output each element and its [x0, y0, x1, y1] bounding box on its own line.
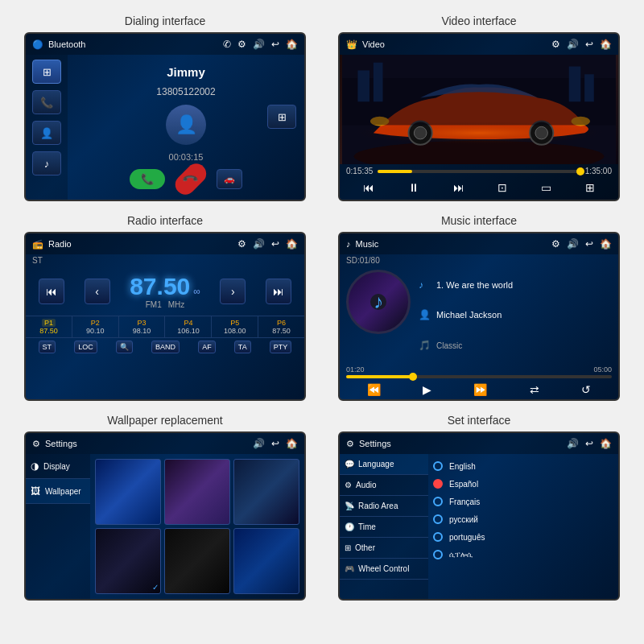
preset-5[interactable]: P5 108.00 [212, 316, 258, 337]
wallpaper-thumb-3[interactable] [233, 459, 299, 525]
radio-search-btn[interactable]: 🔍 [116, 341, 133, 353]
lang-espanol[interactable]: Español [433, 477, 613, 491]
radio-af-btn[interactable]: AF [198, 341, 216, 353]
album-art: ♪ [346, 270, 411, 334]
vid-screen1-btn[interactable]: ▭ [538, 180, 555, 196]
vid-back-icon[interactable]: ↩ [585, 39, 593, 50]
radio-next-btn[interactable]: › [220, 279, 246, 304]
svg-point-6 [414, 126, 427, 139]
wheel-icon: 🎮 [345, 564, 354, 573]
radio-volume-icon[interactable]: 🔊 [253, 238, 265, 250]
lang-russian[interactable]: русский [433, 512, 613, 526]
music-home-icon[interactable]: 🏠 [600, 238, 612, 250]
lang-portuguese[interactable]: português [433, 530, 613, 544]
wallpaper-thumb-6[interactable] [233, 528, 299, 594]
accept-call-button[interactable]: 📞 [130, 169, 165, 189]
video-area [340, 55, 618, 164]
preset-4[interactable]: P4 106.10 [165, 316, 212, 337]
preset-3[interactable]: P3 98.10 [119, 316, 166, 337]
home-icon[interactable]: 🏠 [286, 39, 298, 50]
wallpaper-screen: ⚙ Settings 🔊 ↩ 🏠 ◑ Display 🖼 [24, 431, 306, 601]
music-back-icon[interactable]: ↩ [585, 238, 593, 250]
vid-volume-icon[interactable]: 🔊 [567, 39, 579, 50]
set-home-icon[interactable]: 🏠 [600, 438, 612, 449]
lang-espanol-radio[interactable] [433, 479, 443, 489]
contacts-btn[interactable]: 👤 [32, 121, 61, 145]
radio-settings-icon[interactable]: ⚙ [237, 238, 246, 250]
back-icon[interactable]: ↩ [271, 39, 279, 50]
radio-loc-btn[interactable]: LOC [74, 341, 97, 353]
phone-icon[interactable]: ✆ [223, 39, 231, 50]
music-repeat-btn[interactable]: ↺ [581, 383, 591, 396]
vid-aspect-btn[interactable]: ⊡ [494, 180, 510, 196]
lang-english[interactable]: English [433, 459, 613, 473]
music-volume-icon[interactable]: 🔊 [567, 238, 579, 250]
video-controls: ⏮ ⏸ ⏭ ⊡ ▭ ⊞ [346, 178, 612, 197]
keypad-btn[interactable]: ⊞ [32, 60, 61, 84]
dialpad-toggle[interactable]: ⊞ [267, 105, 296, 129]
radio-ta-btn[interactable]: TA [234, 341, 251, 353]
lang-english-radio[interactable] [433, 461, 443, 471]
wp-home-icon[interactable]: 🏠 [286, 438, 298, 449]
music-settings-icon[interactable]: ⚙ [551, 238, 560, 250]
music-play-btn[interactable]: ▶ [423, 383, 431, 396]
wp-back-icon[interactable]: ↩ [271, 438, 279, 449]
vid-screen2-btn[interactable]: ⊞ [582, 180, 598, 196]
time-menu-item[interactable]: 🕐 Time [340, 517, 428, 538]
wallpaper-thumb-1[interactable] [95, 459, 161, 525]
set-volume-icon[interactable]: 🔊 [567, 438, 579, 449]
call-log-btn[interactable]: 📞 [32, 90, 61, 114]
music-fast-forward-btn[interactable]: ⏩ [473, 383, 487, 396]
wallpaper-thumb-4[interactable]: ✓ [95, 528, 161, 594]
radio-area-menu-item[interactable]: 📡 Radio Area [340, 496, 428, 517]
lang-portuguese-radio[interactable] [433, 532, 443, 542]
radio-back-icon[interactable]: ↩ [271, 238, 279, 250]
music-title: Music interface [441, 214, 517, 227]
lang-russian-radio[interactable] [433, 514, 443, 524]
display-label: Display [43, 462, 70, 471]
radio-home-icon[interactable]: 🏠 [286, 238, 298, 250]
music-progress-dot [409, 373, 417, 381]
wallpaper-selected-check: ✓ [152, 583, 159, 592]
volume-icon[interactable]: 🔊 [253, 39, 265, 50]
wallpaper-menu-item[interactable]: 🖼 Wallpaper [26, 479, 90, 504]
wallpaper-title: Wallpaper replacement [107, 414, 222, 427]
music-rewind-btn[interactable]: ⏪ [367, 383, 381, 396]
vid-pause-btn[interactable]: ⏸ [405, 180, 423, 196]
set-back-icon[interactable]: ↩ [585, 438, 593, 449]
wallpaper-thumb-2[interactable] [164, 459, 230, 525]
preset-2[interactable]: P2 90.10 [72, 316, 119, 337]
equalizer-icon[interactable]: ⚙ [237, 39, 246, 50]
radio-pty-btn[interactable]: PTY [270, 341, 292, 353]
vid-home-icon[interactable]: 🏠 [600, 39, 612, 50]
vid-skip-next-btn[interactable]: ⏭ [450, 180, 468, 196]
preset-5-freq: 108.00 [224, 327, 246, 335]
lang-other-radio[interactable] [433, 550, 443, 559]
preset-1[interactable]: P1 87.50 [26, 316, 72, 337]
wp-volume-icon[interactable]: 🔊 [253, 438, 265, 449]
dialing-title: Dialing interface [125, 14, 205, 27]
music-shuffle-btn[interactable]: ⇄ [530, 383, 539, 396]
radio-prev-btn[interactable]: ‹ [85, 279, 110, 304]
language-menu-item[interactable]: 💬 Language [340, 454, 428, 475]
music-progressbar[interactable] [346, 375, 612, 378]
lang-francais-radio[interactable] [433, 497, 443, 506]
wheel-control-menu-item[interactable]: 🎮 Wheel Control [340, 559, 428, 580]
preset-6[interactable]: P6 87.50 [258, 316, 304, 337]
audio-menu-item[interactable]: ⚙ Audio [340, 475, 428, 496]
other-menu-item[interactable]: ⊞ Other [340, 538, 428, 559]
radio-skip-prev-btn[interactable]: ⏮ [39, 279, 64, 304]
video-progressbar[interactable] [378, 170, 580, 173]
display-menu-item[interactable]: ◑ Display [26, 454, 90, 479]
radio-skip-next-btn[interactable]: ⏭ [266, 279, 291, 304]
vid-settings-icon[interactable]: ⚙ [551, 39, 560, 50]
vid-skip-prev-btn[interactable]: ⏮ [360, 180, 378, 196]
lang-francais[interactable]: Français [433, 494, 613, 509]
wallpaper-thumb-5[interactable] [164, 528, 230, 594]
decline-call-button[interactable]: 📞 [171, 159, 211, 199]
radio-st-btn[interactable]: ST [39, 341, 56, 353]
lang-other[interactable]: ሲፐሎሲ [433, 547, 613, 562]
radio-band-btn[interactable]: BAND [151, 341, 180, 353]
music-btn[interactable]: ♪ [32, 151, 61, 175]
transfer-button[interactable]: 🚗 [217, 169, 242, 189]
